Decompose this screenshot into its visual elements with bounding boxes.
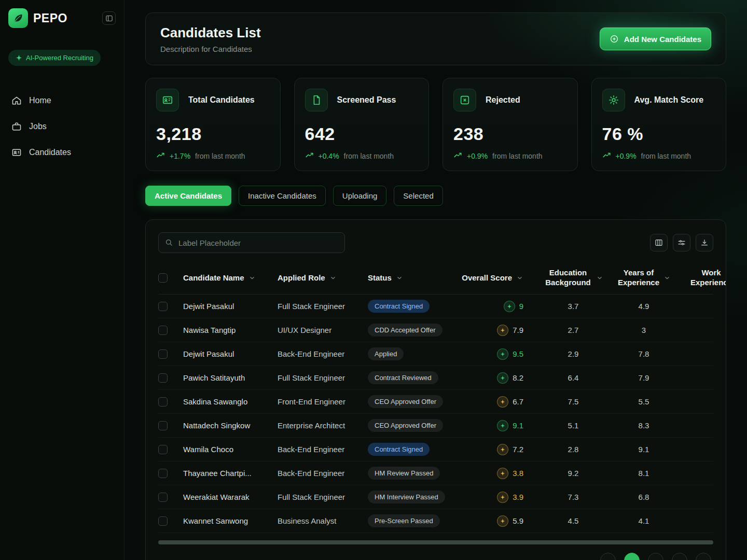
- years-of-experience-value: 6.8: [639, 493, 649, 501]
- table-row[interactable]: Pawich Satitayuth Full Stack Engineer Co…: [158, 366, 713, 390]
- logo-row: PEPO: [8, 8, 116, 28]
- table-row[interactable]: Thayanee Chartpi... Back-End Engineer HM…: [158, 461, 713, 485]
- page-header-card: Candidates List Description for Candidat…: [145, 12, 726, 65]
- row-checkbox[interactable]: [158, 421, 168, 430]
- row-checkbox[interactable]: [158, 373, 168, 383]
- table-row[interactable]: Dejwit Pasakul Full Stack Engineer Contr…: [158, 295, 713, 318]
- sidebar-collapse-button[interactable]: [102, 11, 116, 25]
- applied-role: UI/UX Designer: [278, 326, 331, 334]
- education-background-value: 7.5: [568, 397, 579, 406]
- score-sparkle-icon: [497, 396, 508, 408]
- pagination: [158, 553, 713, 560]
- stat-value: 3,218: [156, 124, 270, 144]
- page-button[interactable]: [648, 553, 663, 560]
- stat-card-avg-match-score: Avg. Match Score 76 % +0.9% from last mo…: [591, 78, 727, 171]
- briefcase-icon: [11, 121, 22, 132]
- tab-inactive-candidates[interactable]: Inactive Candidates: [239, 186, 326, 206]
- applied-role: Full Stack Engineer: [278, 302, 345, 311]
- score-sparkle-icon: [497, 325, 508, 336]
- candidate-name: Dejwit Pasakul: [183, 302, 234, 311]
- sidebar-nav: Home Jobs Candidates: [8, 88, 116, 165]
- columns-button[interactable]: [650, 234, 668, 251]
- chevron-down-icon: [329, 274, 337, 282]
- years-of-experience-value: 3: [642, 326, 646, 334]
- years-of-experience-value: 4.1: [639, 516, 649, 525]
- table-row[interactable]: Nattadech Singkow Enterprise Architect C…: [158, 414, 713, 438]
- stat-label: Avg. Match Score: [634, 95, 704, 105]
- sidebar-item-label: Candidates: [29, 148, 71, 157]
- status-badge: HM Interview Passed: [368, 491, 445, 503]
- stat-note: from last month: [492, 152, 542, 160]
- tab-uploading[interactable]: Uploading: [333, 186, 387, 206]
- column-header-status[interactable]: Status: [368, 273, 461, 282]
- row-checkbox[interactable]: [158, 469, 168, 478]
- status-badge: Pre-Screen Passed: [368, 514, 440, 527]
- stat-card-total-candidates: Total Candidates 3,218 +1.7% from last m…: [145, 78, 281, 171]
- tab-selected[interactable]: Selected: [394, 186, 442, 206]
- sidebar-item-candidates[interactable]: Candidates: [8, 139, 116, 165]
- years-of-experience-value: 9.1: [639, 445, 649, 454]
- applied-role: Back-End Engineer: [278, 349, 344, 358]
- table-row[interactable]: Kwannet Sanwong Business Analyst Pre-Scr…: [158, 509, 713, 533]
- column-header-overall-score[interactable]: Overall Score: [461, 273, 539, 282]
- select-all-checkbox[interactable]: [158, 273, 168, 283]
- tab-active-candidates[interactable]: Active Candidates: [145, 186, 231, 206]
- applied-role: Business Analyst: [278, 516, 336, 525]
- search-input[interactable]: [158, 232, 345, 253]
- table-row[interactable]: Weerakiat Wararak Full Stack Engineer HM…: [158, 485, 713, 509]
- table-row[interactable]: Dejwit Pasakul Back-End Engineer Applied: [158, 342, 713, 366]
- row-checkbox[interactable]: [158, 493, 168, 502]
- column-header-work-experience[interactable]: Work Experience: [680, 268, 726, 288]
- status-badge: HM Review Passed: [368, 467, 440, 480]
- row-checkbox[interactable]: [158, 397, 168, 407]
- table-row[interactable]: Sakdina Sawanglo Front-End Engineer CEO …: [158, 390, 713, 414]
- education-background-value: 2.9: [568, 349, 579, 358]
- status-badge: CDD Accepted Offer: [368, 324, 442, 337]
- score-sparkle-icon: [497, 420, 508, 431]
- horizontal-scrollbar[interactable]: [158, 540, 713, 544]
- brightness-icon: [602, 89, 625, 111]
- stat-note: from last month: [641, 152, 691, 160]
- row-checkbox[interactable]: [158, 302, 168, 311]
- applied-role: Back-End Engineer: [278, 469, 344, 478]
- chevron-down-icon: [516, 274, 523, 282]
- status-badge: Contract Reviewed: [368, 371, 438, 384]
- column-header-applied-role[interactable]: Applied Role: [278, 273, 368, 282]
- table-row[interactable]: Wamila Choco Back-End Engineer Contract …: [158, 438, 713, 461]
- years-of-experience-value: 7.8: [639, 349, 649, 358]
- column-header-candidate-name[interactable]: Candidate Name: [183, 273, 278, 282]
- years-of-experience-value: 8.3: [639, 421, 649, 430]
- years-of-experience-value: 5.5: [639, 397, 649, 406]
- stat-delta: +1.7%: [170, 152, 190, 160]
- column-header-education-background[interactable]: Education Background: [539, 268, 607, 288]
- column-header-years-of-experience[interactable]: Years of Experience: [607, 268, 680, 288]
- education-background-value: 3.7: [568, 302, 579, 311]
- overall-score-value: 9.1: [513, 421, 523, 430]
- sidebar-item-home[interactable]: Home: [8, 88, 116, 114]
- row-checkbox[interactable]: [158, 326, 168, 335]
- page-button[interactable]: [600, 553, 616, 560]
- download-button[interactable]: [696, 234, 713, 251]
- row-checkbox[interactable]: [158, 349, 168, 359]
- filter-settings-button[interactable]: [673, 234, 690, 251]
- add-new-candidates-button[interactable]: Add New Candidates: [600, 27, 711, 50]
- applied-role: Full Stack Engineer: [278, 493, 345, 501]
- page-button-current[interactable]: [624, 553, 640, 560]
- table-toolbar: [158, 232, 713, 253]
- candidates-table-panel: Candidate Name Applied Role Status Overa…: [145, 219, 726, 560]
- page-button[interactable]: [672, 553, 687, 560]
- table-row[interactable]: Nawisa Tangtip UI/UX Designer CDD Accept…: [158, 318, 713, 342]
- stat-value: 238: [453, 124, 567, 144]
- column-label: Work Experience: [690, 268, 726, 288]
- row-checkbox[interactable]: [158, 516, 168, 526]
- row-checkbox[interactable]: [158, 445, 168, 454]
- education-background-value: 6.4: [568, 373, 579, 382]
- status-badge: Applied: [368, 347, 404, 360]
- stat-value: 642: [305, 124, 419, 144]
- candidate-name: Sakdina Sawanglo: [183, 397, 247, 406]
- candidate-name: Pawich Satitayuth: [183, 373, 245, 382]
- page-button[interactable]: [696, 553, 711, 560]
- search-icon: [164, 238, 173, 247]
- status-badge: CEO Approved Offer: [368, 419, 443, 432]
- sidebar-item-jobs[interactable]: Jobs: [8, 114, 116, 139]
